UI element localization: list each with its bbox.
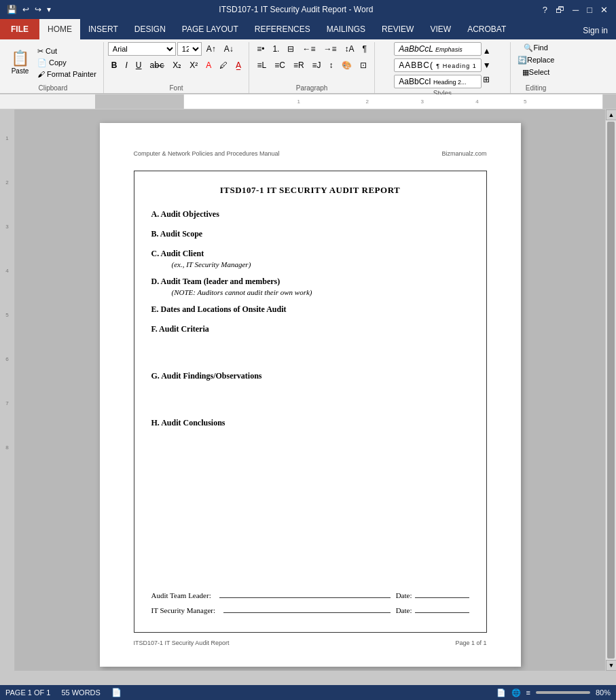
paste-button[interactable]: 📋 Paste [7, 43, 33, 82]
tab-review[interactable]: REVIEW [374, 19, 422, 39]
section-h: H. Audit Conclusions [151, 418, 469, 430]
numbering-button[interactable]: 1. [269, 42, 283, 56]
maximize-button[interactable]: □ [584, 5, 595, 15]
scroll-thumb[interactable] [607, 122, 615, 659]
tab-home[interactable]: HOME [39, 19, 80, 39]
italic-button[interactable]: I [122, 58, 130, 72]
sort-button[interactable]: ↕A [341, 42, 357, 56]
sig-date2-label: Date: [396, 606, 412, 614]
find-button[interactable]: 🔍 Find [521, 42, 550, 53]
section-e: E. Dates and Locations of Onsite Audit [151, 304, 469, 316]
paragraph-group-content: ≡• 1. ⊟ ←≡ →≡ ↕A ¶ ≡L ≡C ≡R ≡J ↕ 🎨 ⊡ [253, 42, 370, 83]
file-tab[interactable]: FILE [0, 19, 39, 39]
ruler-num-2: 2 [5, 179, 8, 186]
editing-label: Editing [526, 83, 547, 93]
paragraph-row1: ≡• 1. ⊟ ←≡ →≡ ↕A ¶ [253, 42, 370, 56]
cut-button[interactable]: ✂ Cut [35, 46, 99, 56]
section-a: A. Audit Objectives [151, 209, 469, 221]
paste-label: Paste [12, 67, 29, 75]
format-painter-button[interactable]: 🖌 Format Painter [35, 69, 99, 80]
subscript-button[interactable]: X₂ [169, 58, 185, 72]
justify-button[interactable]: ≡J [309, 58, 325, 72]
status-right: 📄 🌐 ≡ 80% [496, 688, 611, 697]
document-scroll-area[interactable]: Computer & Network Policies and Procedur… [15, 109, 605, 671]
zoom-slider[interactable] [536, 691, 590, 694]
proofing-icon[interactable]: 📄 [111, 688, 122, 697]
sig-line-manager: IT Security Manager: Date: [151, 603, 469, 614]
tab-insert[interactable]: INSERT [80, 19, 126, 39]
font-size-select[interactable]: 12 [177, 42, 202, 56]
font-group: Arial 12 A↑ A↓ B I U ab̶c̶ X₂ X² A 🖊 [104, 42, 249, 93]
line-spacing-button[interactable]: ↕ [326, 58, 337, 72]
underline-button[interactable]: U [132, 58, 145, 72]
clipboard-label: Clipboard [39, 83, 68, 93]
sign-in-button[interactable]: Sign in [575, 22, 616, 39]
scroll-down-button[interactable]: ▼ [606, 660, 616, 671]
tab-references[interactable]: REFERENCES [247, 19, 319, 39]
tab-acrobat[interactable]: ACROBAT [459, 19, 514, 39]
styles-group-content: AaBbCcL Emphasis AABBC( ¶ Heading 1 AaBb… [394, 42, 490, 88]
redo-icon[interactable]: ↪ [33, 5, 43, 14]
align-center-button[interactable]: ≡C [271, 58, 289, 72]
signature-area: Audit Team Leader: Date: IT Security Man… [151, 575, 469, 618]
ribbon-tab-bar: FILE HOME INSERT DESIGN PAGE LAYOUT REFE… [0, 19, 616, 39]
footer-right: Page 1 of 1 [455, 640, 486, 646]
copy-button[interactable]: 📄 Copy [35, 57, 99, 68]
view-outline-icon[interactable]: ≡ [526, 688, 530, 697]
header-right: Bizmanualz.com [441, 150, 486, 157]
close-button[interactable]: ✕ [598, 5, 611, 15]
decrease-indent-button[interactable]: ←≡ [299, 42, 319, 56]
view-print-icon[interactable]: 📄 [496, 688, 506, 697]
font-name-select[interactable]: Arial [108, 42, 176, 56]
section-b: B. Audit Scope [151, 229, 469, 241]
tab-design[interactable]: DESIGN [126, 19, 174, 39]
multilevel-button[interactable]: ⊟ [284, 42, 297, 56]
strikethrough-button[interactable]: ab̶c̶ [147, 58, 168, 72]
ribbon-content: 📋 Paste ✂ Cut 📄 Copy 🖌 Format Painter Cl… [0, 39, 616, 94]
style-heading2-button[interactable]: AaBbCcI Heading 2... [394, 75, 481, 88]
page-footer: ITSD107-1 IT Security Audit Report Page … [134, 640, 487, 646]
tab-mailings[interactable]: MAILINGS [319, 19, 374, 39]
increase-indent-button[interactable]: →≡ [320, 42, 340, 56]
help-button[interactable]: ? [540, 5, 550, 15]
paragraph-row2: ≡L ≡C ≡R ≡J ↕ 🎨 ⊡ [254, 58, 370, 72]
clipboard-group: 📋 Paste ✂ Cut 📄 Copy 🖌 Format Painter Cl… [3, 42, 104, 93]
replace-button[interactable]: 🔄 Replace [515, 54, 557, 65]
save-icon[interactable]: 💾 [5, 5, 18, 14]
align-left-button[interactable]: ≡L [254, 58, 270, 72]
style-heading1-button[interactable]: AABBC( ¶ Heading 1 [394, 58, 481, 72]
restore-button[interactable]: 🗗 [553, 5, 567, 15]
shrink-font-button[interactable]: A↓ [221, 42, 237, 56]
view-web-icon[interactable]: 🌐 [511, 688, 521, 697]
tab-view[interactable]: VIEW [422, 19, 459, 39]
font-color-button[interactable]: A̲ [232, 58, 244, 72]
ruler-num-1: 1 [5, 135, 8, 141]
vertical-scrollbar[interactable]: ▲ ▼ [605, 109, 616, 671]
ribbon: FILE HOME INSERT DESIGN PAGE LAYOUT REFE… [0, 19, 616, 94]
minimize-button[interactable]: ─ [570, 5, 581, 15]
tab-page-layout[interactable]: PAGE LAYOUT [174, 19, 247, 39]
bullets-button[interactable]: ≡• [253, 42, 268, 56]
dropdown-icon[interactable]: ▾ [46, 5, 52, 14]
scroll-up-button[interactable]: ▲ [606, 109, 616, 120]
spacer-h3 [151, 492, 469, 519]
styles-more-icon[interactable]: ⊞ [483, 75, 491, 84]
document-title: ITSD107-1 IT SECURITY AUDIT REPORT [151, 185, 469, 196]
text-color-button[interactable]: A [202, 58, 215, 72]
bold-button[interactable]: B [108, 58, 121, 72]
styles-up-icon[interactable]: ▲ [483, 46, 491, 56]
undo-icon[interactable]: ↩ [21, 5, 31, 14]
style-emphasis-button[interactable]: AaBbCcL Emphasis [394, 42, 481, 56]
show-formatting-button[interactable]: ¶ [359, 42, 369, 56]
align-right-button[interactable]: ≡R [290, 58, 308, 72]
superscript-button[interactable]: X² [186, 58, 201, 72]
shading-button[interactable]: 🎨 [338, 58, 355, 72]
grow-font-button[interactable]: A↑ [203, 42, 219, 56]
section-g: G. Audit Findings/Observations [151, 371, 469, 383]
quick-access-toolbar: 💾 ↩ ↪ ▾ [5, 5, 52, 14]
highlight-button[interactable]: 🖊 [216, 58, 231, 72]
select-button[interactable]: ▦ Select [520, 67, 553, 77]
styles-down-icon[interactable]: ▼ [483, 60, 491, 70]
border-button[interactable]: ⊡ [357, 58, 370, 72]
clipboard-small-buttons: ✂ Cut 📄 Copy 🖌 Format Painter [35, 46, 99, 80]
